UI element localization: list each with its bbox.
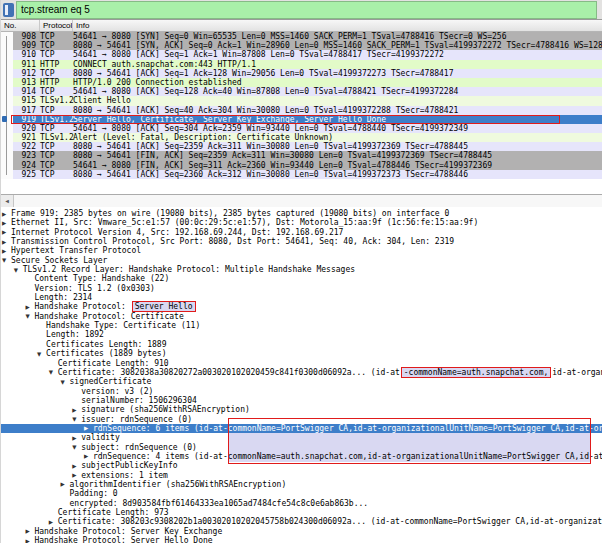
column-header-info[interactable]: Info bbox=[76, 21, 89, 30]
detail-row[interactable]: ▶Frame 919: 2385 bytes on wire (19080 bi… bbox=[1, 209, 602, 218]
packet-row[interactable]: 913HTTPHTTP/1.0 200 Connection establish… bbox=[1, 78, 602, 87]
packet-info: Alert (Level: Fatal, Description: Certif… bbox=[73, 133, 602, 142]
detail-row[interactable]: ▶signature (sha256WithRSAEncryption) bbox=[1, 405, 602, 414]
detail-row[interactable]: ▶extensions: 1 item bbox=[1, 471, 602, 480]
detail-row[interactable]: ▼issuer: rdnSequence (0) bbox=[1, 415, 602, 424]
packet-info: 8080 → 54641 [ACK] Seq=2359 Ack=311 Win=… bbox=[73, 142, 602, 151]
detail-row[interactable]: Version: TLS 1.2 (0x0303) bbox=[1, 284, 602, 293]
packet-row[interactable]: 920TCP54641 → 8080 [ACK] Seq=304 Ack=235… bbox=[1, 124, 602, 133]
detail-row[interactable]: ▼Certificate: 3082038a30820272a003020102… bbox=[1, 368, 602, 377]
detail-row[interactable]: ▶algorithmIdentifier (sha256WithRSAEncry… bbox=[1, 480, 602, 489]
packet-row[interactable]: 915TLSv1.2Client Hello bbox=[1, 96, 602, 105]
packet-number: 924 bbox=[13, 161, 40, 170]
detail-row[interactable]: ▶subjectPublicKeyInfo bbox=[1, 461, 602, 470]
detail-row[interactable]: ▶Certificate: 308203c9308202b1a003020102… bbox=[1, 517, 602, 526]
packet-info: 54641 → 8080 [SYN] Seq=0 Win=65535 Len=0… bbox=[73, 32, 602, 41]
column-header-protocol[interactable]: Protocol bbox=[43, 21, 72, 30]
packet-info: 54641 → 8080 [ACK] Seq=1 Ack=1 Win=87808… bbox=[73, 50, 602, 59]
packet-row[interactable]: 914TCP54641 → 8080 [ACK] Seq=128 Ack=40 … bbox=[1, 87, 602, 96]
packet-info: 8080 → 54641 [FIN, ACK] Seq=2359 Ack=311… bbox=[73, 151, 602, 160]
packet-info: HTTP/1.0 200 Connection established bbox=[73, 78, 602, 87]
detail-row[interactable]: ▶Handshake Protocol: Server Hello bbox=[1, 302, 602, 311]
detail-row[interactable]: ▶validity bbox=[1, 433, 602, 442]
detail-rows-container: ▶Frame 919: 2385 bytes on wire (19080 bi… bbox=[1, 209, 602, 543]
packet-row[interactable]: 922TCP8080 → 54641 [ACK] Seq=2359 Ack=31… bbox=[1, 142, 602, 151]
detail-row[interactable]: Certificates Length: 1889 bbox=[1, 340, 602, 349]
detail-row[interactable]: encrypted: 8d903584fbf61464333ea1065ad74… bbox=[1, 499, 602, 508]
detail-row[interactable]: ▼TLSv1.2 Record Layer: Handshake Protoco… bbox=[1, 265, 602, 274]
related-packet-gutter bbox=[1, 50, 13, 59]
annotation-highlight: Server Hello bbox=[132, 301, 196, 312]
detail-row[interactable]: ▶rdnSequence: 6 items (id-at-commonName=… bbox=[1, 424, 602, 433]
detail-row[interactable]: ▶Hypertext Transfer Protocol bbox=[1, 246, 602, 255]
packet-number: 913 bbox=[13, 78, 40, 87]
packet-protocol: TCP bbox=[40, 87, 73, 96]
display-filter-input[interactable] bbox=[16, 1, 597, 19]
column-divider[interactable] bbox=[39, 20, 40, 31]
packet-protocol: HTTP bbox=[40, 78, 73, 87]
packet-info: 8080 → 54641 [ACK] Seq=1 Ack=128 Win=290… bbox=[73, 69, 602, 78]
packet-row[interactable]: 921TLSv1.2Alert (Level: Fatal, Descripti… bbox=[1, 133, 602, 142]
detail-row[interactable]: Padding: 0 bbox=[1, 489, 602, 498]
packet-info: CONNECT auth.snapchat.com:443 HTTP/1.1 bbox=[73, 60, 602, 69]
detail-row[interactable]: ▼Handshake Protocol: Certificate bbox=[1, 312, 602, 321]
detail-row[interactable]: version: v3 (2) bbox=[1, 387, 602, 396]
column-header-no[interactable]: No. bbox=[4, 21, 16, 30]
packet-row[interactable]: 925TCP8080 → 54641 [ACK] Seq=2360 Ack=31… bbox=[1, 170, 602, 179]
packet-row[interactable]: 908TCP54641 → 8080 [SYN] Seq=0 Win=65535… bbox=[1, 32, 602, 41]
column-divider[interactable] bbox=[72, 20, 73, 31]
related-packet-gutter bbox=[1, 69, 13, 78]
packet-protocol: TLSv1.2 bbox=[40, 115, 73, 124]
packet-number: 912 bbox=[13, 69, 40, 78]
detail-row[interactable]: Handshake Type: Certificate (11) bbox=[1, 321, 602, 330]
packet-number: 917 bbox=[13, 106, 40, 115]
packet-number: 919 bbox=[13, 115, 40, 124]
detail-row[interactable]: ▶Ethernet II, Src: Vmware_5c:e1:57 (00:0… bbox=[1, 218, 602, 227]
detail-row[interactable]: ▶Handshake Protocol: Server Hello Done bbox=[1, 536, 602, 543]
packet-row[interactable]: 912TCP8080 → 54641 [ACK] Seq=1 Ack=128 W… bbox=[1, 69, 602, 78]
related-packet-gutter bbox=[1, 161, 13, 170]
packet-number: 921 bbox=[13, 133, 40, 142]
related-packet-gutter bbox=[1, 133, 13, 142]
packet-row[interactable]: 917TCP8080 → 54641 [ACK] Seq=40 Ack=304 … bbox=[1, 106, 602, 115]
packet-protocol: TLSv1.2 bbox=[40, 96, 73, 105]
packet-row[interactable]: 909TCP8080 → 54641 [SYN, ACK] Seq=0 Ack=… bbox=[1, 41, 602, 50]
packet-protocol: HTTP bbox=[40, 60, 73, 69]
packet-row[interactable]: 919TLSv1.2Server Hello, Certificate, Ser… bbox=[1, 115, 602, 124]
related-packet-gutter bbox=[1, 170, 13, 179]
detail-row[interactable]: ▼subject: rdnSequence (0) bbox=[1, 443, 602, 452]
packet-row[interactable]: 911HTTPCONNECT auth.snapchat.com:443 HTT… bbox=[1, 60, 602, 69]
horizontal-scrollbar[interactable]: ◀ bbox=[1, 194, 602, 207]
detail-row[interactable]: Content Type: Handshake (22) bbox=[1, 274, 602, 283]
packet-protocol: TCP bbox=[40, 106, 73, 115]
packet-number: 925 bbox=[13, 170, 40, 179]
detail-row[interactable]: Length: 1892 bbox=[1, 330, 602, 339]
packet-row[interactable]: 924TCP54641 → 8080 [FIN, ACK] Seq=311 Ac… bbox=[1, 161, 602, 170]
packet-protocol: TCP bbox=[40, 151, 73, 160]
detail-row[interactable]: ▼signedCertificate bbox=[1, 377, 602, 386]
detail-row[interactable]: ▼Certificates (1889 bytes) bbox=[1, 349, 602, 358]
related-packet-gutter bbox=[1, 87, 13, 96]
detail-row[interactable]: Certificate Length: 973 bbox=[1, 508, 602, 517]
detail-row[interactable]: ▶Handshake Protocol: Server Key Exchange bbox=[1, 527, 602, 536]
packet-protocol: TCP bbox=[40, 161, 73, 170]
packet-protocol: TCP bbox=[40, 50, 73, 59]
packet-details-pane: ▶Frame 919: 2385 bytes on wire (19080 bi… bbox=[1, 207, 602, 543]
packet-protocol: TCP bbox=[40, 32, 73, 41]
packet-rows: 908TCP54641 → 8080 [SYN] Seq=0 Win=65535… bbox=[1, 32, 602, 180]
packet-info: 54641 → 8080 [FIN, ACK] Seq=311 Ack=2360… bbox=[73, 161, 602, 170]
detail-row[interactable]: ▶Internet Protocol Version 4, Src: 192.1… bbox=[1, 228, 602, 237]
annotation-highlight: -commonName=auth.snapchat.com, bbox=[401, 367, 552, 378]
expand-arrow-icon[interactable]: ▶ bbox=[25, 537, 34, 543]
packet-protocol: TCP bbox=[40, 170, 73, 179]
filter-bookmark-icon[interactable] bbox=[3, 3, 14, 17]
related-packet-gutter bbox=[1, 124, 13, 133]
detail-row[interactable]: ▶rdnSequence: 4 items (id-at-commonName=… bbox=[1, 452, 602, 461]
packet-row[interactable]: 910TCP54641 → 8080 [ACK] Seq=1 Ack=1 Win… bbox=[1, 50, 602, 59]
scroll-left-button[interactable]: ◀ bbox=[1, 195, 14, 207]
detail-row[interactable]: ▼Secure Sockets Layer bbox=[1, 256, 602, 265]
packet-row[interactable]: 923TCP8080 → 54641 [FIN, ACK] Seq=2359 A… bbox=[1, 151, 602, 160]
detail-row[interactable]: ▶Transmission Control Protocol, Src Port… bbox=[1, 237, 602, 246]
packet-info: 8080 → 54641 [ACK] Seq=2360 Ack=312 Win=… bbox=[73, 170, 602, 179]
detail-row[interactable]: serialNumber: 1506296304 bbox=[1, 396, 602, 405]
